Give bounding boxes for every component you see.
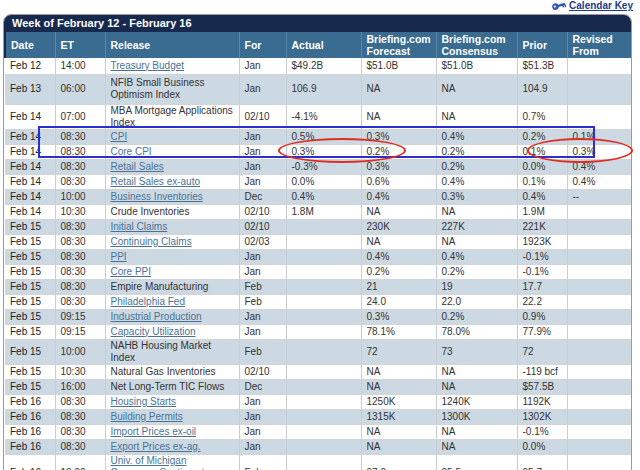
cell-revised-from bbox=[567, 58, 632, 74]
cell-revised-from bbox=[567, 249, 632, 264]
cell-prior: 1302K bbox=[517, 409, 567, 424]
release-name: Empire Manufacturing bbox=[105, 279, 239, 294]
top-bar: Calendar Key bbox=[0, 0, 640, 14]
cell-date: Feb 14 bbox=[5, 204, 55, 219]
cell-date: Feb 16 bbox=[5, 394, 55, 409]
release-name[interactable]: Treasury Budget bbox=[105, 58, 239, 74]
cell-briefing-forecast: NA bbox=[361, 439, 436, 454]
cell-date: Feb 15 bbox=[5, 249, 55, 264]
release-name[interactable]: Initial Claims bbox=[105, 219, 239, 234]
cell-actual: 106.9 bbox=[286, 74, 361, 104]
release-name[interactable]: Continuing Claims bbox=[105, 234, 239, 249]
cell-actual bbox=[286, 424, 361, 439]
cell-actual: $49.2B bbox=[286, 58, 361, 74]
cell-et: 08:30 bbox=[55, 219, 105, 234]
release-name[interactable]: Housing Starts bbox=[105, 394, 239, 409]
cell-briefing-forecast: NA bbox=[361, 104, 436, 129]
cell-et: 08:30 bbox=[55, 174, 105, 189]
cell-revised-from bbox=[567, 294, 632, 309]
cell-briefing-consensus: 95.5 bbox=[436, 454, 517, 470]
release-name[interactable]: PPI bbox=[105, 249, 239, 264]
cell-prior: 22.2 bbox=[517, 294, 567, 309]
cell-date: Feb 14 bbox=[5, 189, 55, 204]
cell-actual: -0.3% bbox=[286, 159, 361, 174]
release-name[interactable]: CPI bbox=[105, 129, 239, 144]
cell-briefing-consensus: NA bbox=[436, 204, 517, 219]
cell-prior: -0.1% bbox=[517, 249, 567, 264]
cell-revised-from bbox=[567, 364, 632, 379]
release-name[interactable]: Retail Sales ex-auto bbox=[105, 174, 239, 189]
cell-for: 02/03 bbox=[239, 234, 286, 249]
release-name[interactable]: Core CPI bbox=[105, 144, 239, 159]
cell-date: Feb 14 bbox=[5, 174, 55, 189]
cell-et: 08:30 bbox=[55, 159, 105, 174]
cell-briefing-forecast: NA bbox=[361, 424, 436, 439]
table-row: Feb 15 08:30 PPI Jan 0.4% 0.4% -0.1% bbox=[5, 249, 632, 264]
cell-prior: 1192K bbox=[517, 394, 567, 409]
table-row: Feb 14 10:30 Crude Inventories 02/10 1.8… bbox=[5, 204, 632, 219]
cell-briefing-forecast: NA bbox=[361, 204, 436, 219]
release-name[interactable]: Capacity Utilization bbox=[105, 324, 239, 339]
cell-briefing-forecast: $51.0B bbox=[361, 58, 436, 74]
cell-prior: $57.5B bbox=[517, 379, 567, 394]
cell-briefing-consensus: NA bbox=[436, 424, 517, 439]
cell-briefing-forecast: NA bbox=[361, 364, 436, 379]
cell-briefing-consensus: 0.2% bbox=[436, 144, 517, 159]
cell-for: Jan bbox=[239, 249, 286, 264]
cell-briefing-forecast: 78.1% bbox=[361, 324, 436, 339]
table-row: Feb 14 07:00 MBA Mortgage Applications I… bbox=[5, 104, 632, 129]
table-row: Feb 15 08:30 Continuing Claims 02/03 NA … bbox=[5, 234, 632, 249]
release-name[interactable]: Retail Sales bbox=[105, 159, 239, 174]
cell-briefing-consensus: 0.4% bbox=[436, 174, 517, 189]
release-name[interactable]: Building Permits bbox=[105, 409, 239, 424]
cell-briefing-consensus: NA bbox=[436, 104, 517, 129]
cell-briefing-consensus: 0.2% bbox=[436, 309, 517, 324]
cell-briefing-forecast: 97.0 bbox=[361, 454, 436, 470]
release-name[interactable]: Industrial Production bbox=[105, 309, 239, 324]
release-name[interactable]: Export Prices ex-ag. bbox=[105, 439, 239, 454]
cell-actual bbox=[286, 409, 361, 424]
release-name[interactable]: Business Inventories bbox=[105, 189, 239, 204]
cell-prior: 221K bbox=[517, 219, 567, 234]
cell-for: 02/10 bbox=[239, 219, 286, 234]
cell-prior: 0.9% bbox=[517, 309, 567, 324]
col-header-for: For bbox=[239, 32, 286, 58]
release-name[interactable]: Import Prices ex-oil bbox=[105, 424, 239, 439]
cell-date: Feb 16 bbox=[5, 454, 55, 470]
calendar-grid: Date ET Release For Actual Briefing.com … bbox=[4, 32, 632, 470]
release-name[interactable]: Univ. of Michigan Consumer Sentiment - P… bbox=[105, 454, 239, 470]
cell-et: 08:30 bbox=[55, 144, 105, 159]
cell-actual bbox=[286, 294, 361, 309]
release-name[interactable]: Philadelphia Fed bbox=[105, 294, 239, 309]
cell-for: Feb bbox=[239, 279, 286, 294]
cell-prior: 104.9 bbox=[517, 74, 567, 104]
cell-revised-from bbox=[567, 309, 632, 324]
cell-actual: -4.1% bbox=[286, 104, 361, 129]
cell-et: 06:00 bbox=[55, 74, 105, 104]
cell-revised-from: 0.1% bbox=[567, 129, 632, 144]
cell-for: Jan bbox=[239, 174, 286, 189]
release-name[interactable]: Core PPI bbox=[105, 264, 239, 279]
release-name: NAHB Housing Market Index bbox=[105, 339, 239, 364]
cell-for: Jan bbox=[239, 58, 286, 74]
cell-et: 08:30 bbox=[55, 279, 105, 294]
cell-actual bbox=[286, 219, 361, 234]
cell-briefing-forecast: 0.3% bbox=[361, 159, 436, 174]
cell-briefing-consensus: 78.0% bbox=[436, 324, 517, 339]
cell-briefing-forecast: NA bbox=[361, 74, 436, 104]
cell-briefing-consensus: 1300K bbox=[436, 409, 517, 424]
cell-revised-from bbox=[567, 379, 632, 394]
cell-date: Feb 16 bbox=[5, 439, 55, 454]
cell-actual bbox=[286, 249, 361, 264]
cell-for: 02/10 bbox=[239, 204, 286, 219]
col-header-et: ET bbox=[55, 32, 105, 58]
cell-actual: 0.4% bbox=[286, 189, 361, 204]
cell-briefing-forecast: NA bbox=[361, 234, 436, 249]
economic-calendar-table: Week of February 12 - February 16 Date E… bbox=[3, 14, 632, 470]
cell-briefing-consensus: 227K bbox=[436, 219, 517, 234]
calendar-key-link[interactable]: Calendar Key bbox=[552, 0, 633, 11]
cell-date: Feb 14 bbox=[5, 129, 55, 144]
cell-prior: -119 bcf bbox=[517, 364, 567, 379]
cell-et: 08:30 bbox=[55, 409, 105, 424]
cell-actual: 0.0% bbox=[286, 174, 361, 189]
